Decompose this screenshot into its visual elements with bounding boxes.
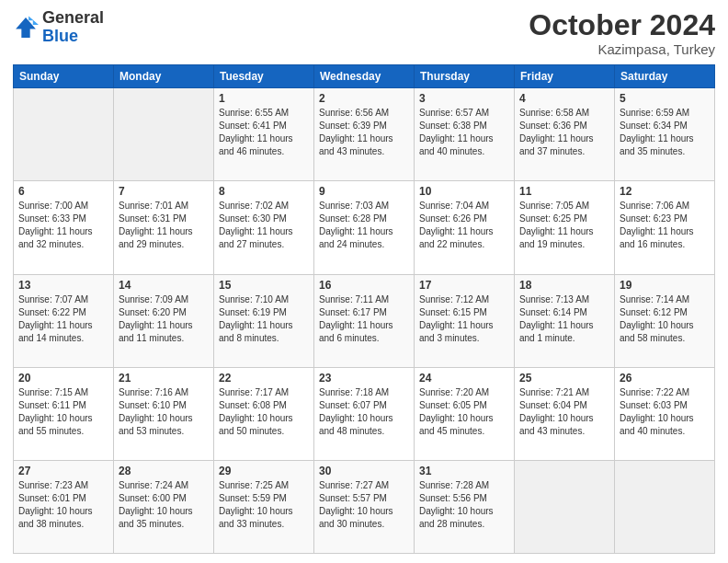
weekday-header-sunday: Sunday	[14, 65, 114, 88]
calendar-cell: 29Sunrise: 7:25 AM Sunset: 5:59 PM Dayli…	[214, 460, 314, 553]
day-number: 25	[519, 372, 609, 385]
day-number: 11	[519, 185, 609, 198]
day-info: Sunrise: 7:11 AM Sunset: 6:17 PM Dayligh…	[319, 293, 409, 345]
calendar-cell: 17Sunrise: 7:12 AM Sunset: 6:15 PM Dayli…	[415, 274, 515, 367]
day-number: 1	[219, 92, 309, 105]
day-info: Sunrise: 7:22 AM Sunset: 6:03 PM Dayligh…	[620, 386, 710, 438]
day-number: 3	[419, 92, 509, 105]
day-number: 28	[119, 465, 209, 477]
day-number: 19	[620, 279, 710, 292]
day-number: 5	[620, 92, 710, 105]
weekday-header-monday: Monday	[114, 65, 214, 88]
day-info: Sunrise: 7:28 AM Sunset: 5:56 PM Dayligh…	[419, 479, 509, 531]
day-number: 6	[18, 185, 108, 198]
day-info: Sunrise: 7:15 AM Sunset: 6:11 PM Dayligh…	[18, 386, 108, 438]
day-number: 17	[419, 279, 509, 292]
calendar-cell: 15Sunrise: 7:10 AM Sunset: 6:19 PM Dayli…	[214, 274, 314, 367]
day-number: 16	[319, 279, 409, 292]
calendar-cell: 2Sunrise: 6:56 AM Sunset: 6:39 PM Daylig…	[314, 88, 415, 181]
day-number: 29	[219, 465, 309, 477]
subtitle: Kazimpasa, Turkey	[529, 41, 715, 57]
day-info: Sunrise: 7:20 AM Sunset: 6:05 PM Dayligh…	[419, 386, 509, 438]
day-info: Sunrise: 7:00 AM Sunset: 6:33 PM Dayligh…	[18, 200, 108, 251]
day-info: Sunrise: 7:09 AM Sunset: 6:20 PM Dayligh…	[119, 293, 209, 345]
day-info: Sunrise: 7:27 AM Sunset: 5:57 PM Dayligh…	[319, 479, 409, 531]
day-info: Sunrise: 7:18 AM Sunset: 6:07 PM Dayligh…	[319, 386, 409, 438]
day-number: 7	[119, 185, 209, 198]
calendar-cell	[515, 460, 615, 553]
day-info: Sunrise: 7:10 AM Sunset: 6:19 PM Dayligh…	[219, 293, 309, 345]
calendar-table: SundayMondayTuesdayWednesdayThursdayFrid…	[13, 64, 715, 554]
day-number: 26	[620, 372, 710, 385]
logo-general: General	[42, 8, 104, 27]
calendar-cell: 1Sunrise: 6:55 AM Sunset: 6:41 PM Daylig…	[214, 88, 314, 181]
calendar-cell: 7Sunrise: 7:01 AM Sunset: 6:31 PM Daylig…	[114, 181, 214, 274]
day-number: 15	[219, 279, 309, 292]
day-number: 2	[319, 92, 409, 105]
day-number: 31	[419, 465, 509, 477]
day-info: Sunrise: 7:12 AM Sunset: 6:15 PM Dayligh…	[419, 293, 509, 345]
calendar-cell: 6Sunrise: 7:00 AM Sunset: 6:33 PM Daylig…	[14, 181, 114, 274]
weekday-header-saturday: Saturday	[615, 65, 715, 88]
weekday-header-wednesday: Wednesday	[314, 65, 415, 88]
day-info: Sunrise: 7:24 AM Sunset: 6:00 PM Dayligh…	[119, 479, 209, 531]
day-number: 14	[119, 279, 209, 292]
svg-marker-0	[16, 17, 36, 38]
logo-blue: Blue	[42, 27, 78, 45]
day-number: 21	[119, 372, 209, 385]
day-number: 9	[319, 185, 409, 198]
day-info: Sunrise: 7:03 AM Sunset: 6:28 PM Dayligh…	[319, 200, 409, 251]
day-info: Sunrise: 6:58 AM Sunset: 6:36 PM Dayligh…	[519, 107, 609, 158]
calendar-cell: 31Sunrise: 7:28 AM Sunset: 5:56 PM Dayli…	[415, 460, 515, 553]
logo: General Blue	[13, 9, 104, 46]
day-number: 23	[319, 372, 409, 385]
calendar-cell: 25Sunrise: 7:21 AM Sunset: 6:04 PM Dayli…	[515, 367, 615, 460]
calendar-cell: 22Sunrise: 7:17 AM Sunset: 6:08 PM Dayli…	[214, 367, 314, 460]
day-info: Sunrise: 6:56 AM Sunset: 6:39 PM Dayligh…	[319, 107, 409, 158]
day-number: 10	[419, 185, 509, 198]
calendar-cell: 20Sunrise: 7:15 AM Sunset: 6:11 PM Dayli…	[14, 367, 114, 460]
day-info: Sunrise: 7:13 AM Sunset: 6:14 PM Dayligh…	[519, 293, 609, 345]
calendar-cell: 5Sunrise: 6:59 AM Sunset: 6:34 PM Daylig…	[615, 88, 715, 181]
weekday-header-thursday: Thursday	[415, 65, 515, 88]
day-info: Sunrise: 7:06 AM Sunset: 6:23 PM Dayligh…	[620, 200, 710, 251]
calendar-cell: 4Sunrise: 6:58 AM Sunset: 6:36 PM Daylig…	[515, 88, 615, 181]
day-info: Sunrise: 7:04 AM Sunset: 6:26 PM Dayligh…	[419, 200, 509, 251]
day-number: 18	[519, 279, 609, 292]
day-info: Sunrise: 7:17 AM Sunset: 6:08 PM Dayligh…	[219, 386, 309, 438]
calendar-cell	[615, 460, 715, 553]
calendar-cell: 14Sunrise: 7:09 AM Sunset: 6:20 PM Dayli…	[114, 274, 214, 367]
day-info: Sunrise: 7:01 AM Sunset: 6:31 PM Dayligh…	[119, 200, 209, 251]
day-info: Sunrise: 7:23 AM Sunset: 6:01 PM Dayligh…	[18, 479, 108, 531]
day-info: Sunrise: 6:59 AM Sunset: 6:34 PM Dayligh…	[620, 107, 710, 158]
calendar-cell: 16Sunrise: 7:11 AM Sunset: 6:17 PM Dayli…	[314, 274, 415, 367]
day-info: Sunrise: 7:16 AM Sunset: 6:10 PM Dayligh…	[119, 386, 209, 438]
calendar-cell: 30Sunrise: 7:27 AM Sunset: 5:57 PM Dayli…	[314, 460, 415, 553]
day-number: 30	[319, 465, 409, 477]
calendar-cell: 21Sunrise: 7:16 AM Sunset: 6:10 PM Dayli…	[114, 367, 214, 460]
day-number: 12	[620, 185, 710, 198]
month-title: October 2024	[529, 9, 715, 41]
day-info: Sunrise: 6:57 AM Sunset: 6:38 PM Dayligh…	[419, 107, 509, 158]
calendar-cell: 11Sunrise: 7:05 AM Sunset: 6:25 PM Dayli…	[515, 181, 615, 274]
day-number: 13	[18, 279, 108, 292]
logo-icon	[13, 15, 39, 40]
calendar-cell: 19Sunrise: 7:14 AM Sunset: 6:12 PM Dayli…	[615, 274, 715, 367]
day-info: Sunrise: 6:55 AM Sunset: 6:41 PM Dayligh…	[219, 107, 309, 158]
calendar-cell	[14, 88, 114, 181]
calendar-cell: 12Sunrise: 7:06 AM Sunset: 6:23 PM Dayli…	[615, 181, 715, 274]
day-number: 24	[419, 372, 509, 385]
calendar-cell	[114, 88, 214, 181]
weekday-header-tuesday: Tuesday	[214, 65, 314, 88]
page: General Blue October 2024 Kazimpasa, Tur…	[0, 0, 728, 563]
weekday-header-friday: Friday	[515, 65, 615, 88]
day-info: Sunrise: 7:05 AM Sunset: 6:25 PM Dayligh…	[519, 200, 609, 251]
calendar-cell: 9Sunrise: 7:03 AM Sunset: 6:28 PM Daylig…	[314, 181, 415, 274]
calendar-cell: 18Sunrise: 7:13 AM Sunset: 6:14 PM Dayli…	[515, 274, 615, 367]
calendar-cell: 13Sunrise: 7:07 AM Sunset: 6:22 PM Dayli…	[14, 274, 114, 367]
day-info: Sunrise: 7:02 AM Sunset: 6:30 PM Dayligh…	[219, 200, 309, 251]
day-number: 22	[219, 372, 309, 385]
calendar-cell: 28Sunrise: 7:24 AM Sunset: 6:00 PM Dayli…	[114, 460, 214, 553]
day-number: 4	[519, 92, 609, 105]
day-info: Sunrise: 7:14 AM Sunset: 6:12 PM Dayligh…	[620, 293, 710, 345]
